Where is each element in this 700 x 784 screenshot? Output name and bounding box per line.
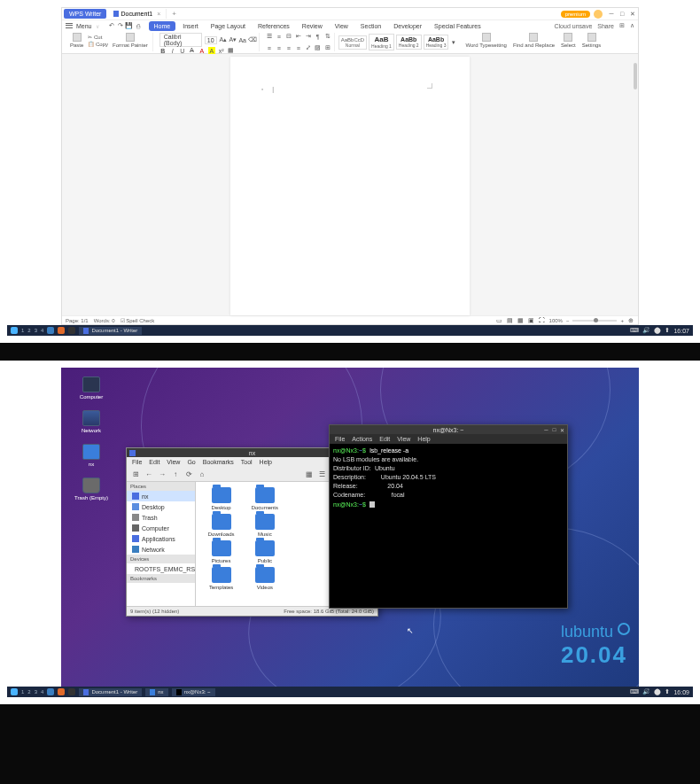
view-mode4-icon[interactable]: ▣ (528, 317, 535, 324)
workspace-3[interactable]: 3 (35, 328, 37, 333)
style-normal[interactable]: AaBbCcDNormal (338, 35, 367, 50)
term-minimize-button[interactable]: ─ (543, 427, 549, 433)
fm-menu-go[interactable]: Go (187, 459, 195, 465)
taskbar-item-fm[interactable]: nx (145, 688, 167, 696)
avatar[interactable] (594, 10, 603, 19)
workspace-1[interactable]: 1 (21, 328, 24, 333)
align-left-icon[interactable]: ≡ (266, 44, 273, 51)
style-heading3[interactable]: AaBbHeading 3 (424, 35, 449, 50)
undo-icon[interactable]: ↶ (108, 22, 115, 29)
tab-home[interactable]: Home (149, 21, 176, 31)
file-manager-launcher-icon[interactable] (47, 688, 54, 695)
italic-icon[interactable]: I (169, 47, 176, 54)
sidebar-item-network[interactable]: Network (127, 544, 195, 555)
desktop-icon-computer[interactable]: Computer (74, 376, 109, 400)
drawer-icon[interactable]: ⊞ (619, 22, 625, 29)
term-menu-actions[interactable]: Actions (352, 436, 372, 442)
tray-volume-icon[interactable]: 🔊 (642, 688, 650, 695)
fm-menu-tool[interactable]: Tool (241, 459, 253, 465)
workspace-3[interactable]: 3 (35, 689, 37, 695)
maximize-button[interactable]: □ (617, 10, 627, 19)
print-icon[interactable]: ⎙ (135, 22, 142, 29)
firefox-launcher-icon[interactable] (58, 327, 65, 334)
font-size-select[interactable]: 10 (205, 36, 217, 44)
style-heading1[interactable]: AaBHeading 1 (369, 34, 394, 50)
underline-icon[interactable]: U (179, 47, 186, 54)
spell-check-button[interactable]: ☑ Spell Check (121, 317, 155, 323)
styles-more-icon[interactable]: ▾ (450, 39, 457, 46)
folder-music[interactable]: Music (245, 514, 284, 537)
document-page[interactable]: ▫ | (230, 57, 470, 315)
justify-icon[interactable]: ≡ (295, 44, 302, 51)
sidebar-item-nx[interactable]: nx (127, 491, 195, 501)
app-tab[interactable]: WPS Writer (64, 9, 106, 19)
format-painter-button[interactable]: Format Painter (111, 33, 150, 48)
bold-icon[interactable]: B (159, 47, 167, 54)
desktop-icon-trash[interactable]: Trash (Empty) (74, 477, 109, 501)
multilevel-icon[interactable]: ⊟ (285, 33, 292, 40)
workspace-2[interactable]: 2 (27, 328, 30, 333)
superscript-icon[interactable]: x² (218, 47, 225, 54)
term-close-button[interactable]: ✕ (559, 427, 565, 433)
folder-pictures[interactable]: Pictures (201, 540, 241, 563)
sidebar-item-computer[interactable]: Computer (127, 523, 195, 533)
fm-menu-view[interactable]: View (167, 459, 180, 465)
workspace-4[interactable]: 4 (41, 689, 43, 695)
tab-developer[interactable]: Developer (388, 21, 427, 31)
tab-references[interactable]: References (253, 21, 295, 31)
fullscreen-icon[interactable]: ⛶ (539, 317, 546, 324)
tab-view[interactable]: View (330, 21, 354, 31)
tray-network-icon[interactable]: ⬤ (654, 688, 661, 695)
fit-width-icon[interactable]: ⊕ (627, 317, 634, 324)
clock[interactable]: 16:07 (673, 328, 689, 334)
start-menu-icon[interactable] (11, 327, 18, 334)
align-center-icon[interactable]: ≡ (276, 44, 283, 51)
collapse-ribbon-icon[interactable]: ∧ (630, 22, 634, 29)
back-icon[interactable]: ← (144, 469, 154, 479)
start-menu-icon[interactable] (11, 688, 18, 695)
clear-format-icon[interactable]: ⌫ (249, 36, 256, 43)
cut-button[interactable]: ✂ Cut (88, 34, 108, 40)
border-icon[interactable]: ▦ (228, 47, 235, 54)
desktop-icon-network[interactable]: Network (74, 410, 109, 433)
cloud-unsave-label[interactable]: Cloud unsave (555, 23, 593, 29)
align-right-icon[interactable]: ≡ (285, 44, 292, 51)
zoom-level[interactable]: 100% (549, 318, 563, 323)
tray-keyboard-icon[interactable]: ⌨ (630, 688, 639, 695)
tab-page-layout[interactable]: Page Layout (206, 21, 251, 31)
folder-desktop[interactable]: Desktop (201, 487, 241, 510)
share-button[interactable]: Share (597, 23, 614, 29)
change-case-icon[interactable]: Aa (239, 36, 246, 43)
folder-templates[interactable]: Templates (201, 567, 241, 590)
tray-volume-icon[interactable]: 🔊 (642, 327, 650, 334)
fm-menu-bookmarks[interactable]: Bookmarks (203, 459, 234, 465)
shrink-font-icon[interactable]: A▾ (229, 36, 237, 43)
zoom-in-button[interactable]: + (620, 318, 624, 323)
style-heading2[interactable]: AaBbHeading 2 (396, 35, 422, 50)
hamburger-icon[interactable] (66, 22, 73, 29)
fm-menu-file[interactable]: File (132, 459, 142, 465)
tab-close-icon[interactable]: × (157, 11, 160, 17)
redo-icon[interactable]: ↷ (117, 22, 124, 29)
term-menu-help[interactable]: Help (417, 436, 430, 442)
folder-documents[interactable]: Documents (245, 487, 284, 510)
paragraph-handle-icon[interactable]: ▫ | (261, 86, 274, 92)
decrease-indent-icon[interactable]: ⇤ (295, 33, 302, 40)
new-tab-button[interactable]: + (167, 8, 182, 19)
zoom-slider[interactable] (572, 320, 617, 322)
list-view-icon[interactable]: ☰ (317, 469, 328, 479)
premium-badge[interactable]: premium (561, 11, 590, 18)
word-typesetting-button[interactable]: Word Typesetting (463, 33, 508, 48)
highlight-icon[interactable]: A (208, 47, 215, 54)
term-menu-view[interactable]: View (397, 436, 410, 442)
tray-network-icon[interactable]: ⬤ (654, 327, 661, 334)
up-icon[interactable]: ↑ (170, 469, 181, 479)
folder-videos[interactable]: Videos (245, 567, 284, 590)
sidebar-item-desktop[interactable]: Desktop (127, 501, 195, 512)
select-button[interactable]: Select (559, 33, 578, 48)
term-title-bar[interactable]: nx@Nx3: ~ ─□✕ (330, 425, 567, 434)
word-count[interactable]: Words: 0 (94, 318, 115, 323)
workspace-2[interactable]: 2 (27, 689, 30, 695)
tabs-icon[interactable]: ⊞ (324, 44, 331, 51)
view-mode2-icon[interactable]: ▤ (507, 317, 514, 324)
